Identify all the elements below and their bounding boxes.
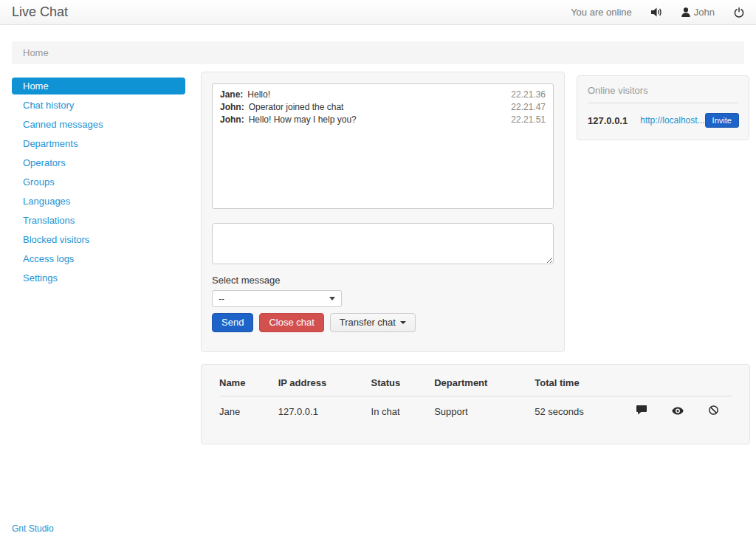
selected-option: -- — [219, 294, 224, 304]
user-icon — [681, 7, 690, 17]
visitors-table-panel: Name IP address Status Department Total … — [201, 364, 750, 444]
transfer-chat-button[interactable]: Transfer chat — [330, 313, 416, 332]
transfer-chat-label: Transfer chat — [340, 317, 396, 329]
invite-button[interactable]: Invite — [705, 113, 739, 128]
sidebar-item-settings[interactable]: Settings — [12, 269, 185, 286]
cell-department: Support — [434, 396, 535, 425]
power-icon — [734, 7, 744, 18]
cell-total-time: 52 seconds — [535, 396, 623, 425]
sidebar-item-blocked-visitors[interactable]: Blocked visitors — [12, 231, 185, 248]
col-header-status: Status — [371, 365, 435, 396]
chat-panel: Jane: Hello! 22.21.36 John: Operator joi… — [201, 72, 565, 352]
chevron-down-icon — [329, 297, 335, 300]
comment-icon[interactable] — [636, 405, 647, 415]
message-text: Hello! — [247, 89, 270, 101]
sidebar-item-canned-messages[interactable]: Canned messages — [12, 116, 185, 133]
online-visitors-panel: Online visitors 127.0.0.1 http://localho… — [577, 75, 749, 140]
canned-message-select[interactable]: -- — [212, 290, 342, 307]
user-menu[interactable]: John — [681, 7, 715, 18]
message-time: 22.21.47 — [511, 101, 546, 114]
send-button[interactable]: Send — [212, 313, 253, 332]
sidebar-item-departments[interactable]: Departments — [12, 135, 185, 152]
online-status-text: You are online — [571, 7, 632, 18]
message-text: Hello! How may I help you? — [249, 114, 357, 126]
volume-icon — [651, 7, 662, 17]
sound-toggle-button[interactable] — [651, 7, 662, 17]
message-author: John: — [220, 114, 244, 126]
cell-ip: 127.0.0.1 — [278, 396, 371, 425]
cell-name: Jane — [219, 396, 278, 425]
online-visitors-title: Online visitors — [588, 85, 738, 103]
select-message-label: Select message — [212, 275, 554, 286]
chat-message: Jane: Hello! 22.21.36 — [220, 89, 546, 101]
sidebar-item-access-logs[interactable]: Access logs — [12, 250, 185, 267]
col-header-department: Department — [434, 365, 535, 396]
breadcrumb: Home — [12, 41, 744, 64]
col-header-ip: IP address — [278, 365, 371, 396]
gnt-studio-link[interactable]: Gnt Studio — [12, 523, 54, 534]
sidebar-item-home[interactable]: Home — [12, 78, 185, 95]
sidebar-nav: Home Chat history Canned messages Depart… — [12, 72, 185, 444]
sidebar-item-chat-history[interactable]: Chat history — [12, 97, 185, 114]
chat-message-log: Jane: Hello! 22.21.36 John: Operator joi… — [212, 83, 554, 209]
sidebar-item-operators[interactable]: Operators — [12, 154, 185, 171]
online-visitor-row: 127.0.0.1 http://localhost... Invite — [588, 113, 738, 128]
footer: Gnt Studio — [12, 523, 54, 534]
message-text: Operator joined the chat — [249, 101, 344, 114]
chat-message: John: Hello! How may I help you? 22.21.5… — [220, 114, 546, 126]
caret-down-icon — [400, 321, 406, 324]
col-header-total-time: Total time — [535, 365, 623, 396]
chat-reply-input[interactable] — [212, 223, 554, 264]
visitors-table: Name IP address Status Department Total … — [219, 365, 732, 425]
col-header-name: Name — [219, 365, 278, 396]
sidebar-item-groups[interactable]: Groups — [12, 173, 185, 190]
message-author: Jane: — [220, 89, 243, 101]
breadcrumb-current: Home — [23, 47, 49, 58]
sidebar-item-languages[interactable]: Languages — [12, 193, 185, 210]
visitor-ip: 127.0.0.1 — [588, 115, 628, 126]
message-time: 22.21.36 — [511, 89, 546, 101]
app-title: Live Chat — [12, 4, 68, 20]
visitor-page-link[interactable]: http://localhost... — [640, 115, 704, 126]
message-time: 22.21.51 — [511, 114, 546, 126]
close-chat-button[interactable]: Close chat — [259, 313, 323, 332]
logout-button[interactable] — [734, 7, 744, 18]
ban-icon[interactable] — [709, 405, 718, 415]
sidebar-item-translations[interactable]: Translations — [12, 212, 185, 229]
message-author: John: — [220, 101, 244, 114]
eye-icon[interactable] — [672, 407, 684, 415]
top-navbar: Live Chat You are online John — [0, 0, 756, 25]
chat-message: John: Operator joined the chat 22.21.47 — [220, 101, 546, 114]
user-name: John — [694, 7, 715, 18]
cell-status: In chat — [371, 396, 435, 425]
table-row: Jane 127.0.0.1 In chat Support 52 second… — [219, 396, 732, 425]
